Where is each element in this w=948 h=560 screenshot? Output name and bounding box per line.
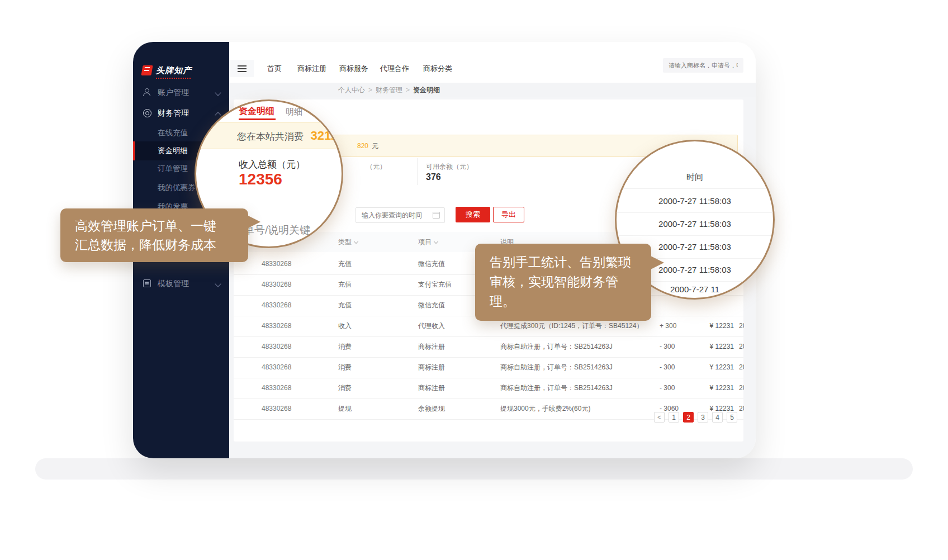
breadcrumb-part[interactable]: 个人中心 — [338, 86, 365, 94]
sidebar-item-label: 在线充值 — [158, 124, 188, 143]
cell-project: 微信充值 — [418, 254, 445, 274]
active-indicator — [133, 141, 135, 160]
sidebar-item-account[interactable]: 账户管理 — [133, 83, 229, 102]
sidebar-item-finance[interactable]: 财务管理 — [133, 103, 229, 122]
column-header-project[interactable]: 项目 — [418, 232, 438, 252]
stat-balance-label: 可用余额（元） — [426, 162, 473, 172]
breadcrumb-separator: > — [368, 86, 372, 94]
cell-project: 支付宝充值 — [418, 274, 452, 295]
pagination-page-3[interactable]: 3 — [698, 412, 708, 423]
finance-icon — [143, 109, 151, 117]
logo[interactable]: 头牌知产 — [142, 64, 192, 77]
sidebar-item-label: 订单管理 — [158, 159, 188, 178]
hamburger-menu-icon[interactable] — [230, 60, 254, 77]
cell-type: 消费 — [338, 378, 352, 398]
table-row: 48330268 消费 商标注册 商标自助注册，订单号：SB2514263J -… — [234, 378, 743, 399]
cell-project: 微信充值 — [418, 295, 445, 316]
stat-expense-unit-label: （元） — [366, 162, 386, 172]
cell-order: 48330268 — [262, 254, 291, 274]
magnified-income-label: 收入总额（元） — [239, 158, 305, 171]
cell-desc: 提现3000元，手续费2%(60元) — [500, 398, 590, 419]
cell-desc: 商标自助注册，订单号：SB2514263J — [500, 357, 613, 378]
cell-order: 48330268 — [262, 295, 291, 316]
search-input[interactable] — [663, 58, 743, 73]
callout-left: 高效管理账户订单、一键 汇总数据，降低财务成本 — [60, 208, 248, 262]
cell-type: 充值 — [338, 254, 352, 274]
nav-home[interactable]: 首页 — [267, 60, 282, 77]
breadcrumb: 个人中心>财务管理>资金明细 — [229, 83, 756, 97]
magnified-banner: 您在本站共消费 32124 — [195, 122, 343, 149]
nav-trademark-service[interactable]: 商标服务 — [339, 60, 368, 77]
cell-project: 代理收入 — [418, 316, 445, 336]
breadcrumb-current: 资金明细 — [413, 86, 440, 94]
magnified-tab-underline — [239, 118, 276, 120]
sidebar-item-label: 模板管理 — [158, 274, 189, 293]
cell-desc: 商标自助注册，订单号：SB2514263J — [500, 378, 613, 398]
magnified-banner-prefix: 您在本站共消费 — [237, 131, 304, 142]
callout-text-line: 高效管理账户订单、一键 — [75, 216, 248, 235]
cell-time: 2000-7-27 11:58:03 — [739, 357, 744, 378]
pagination-page-5[interactable]: 5 — [727, 412, 737, 423]
column-header-label: 类型 — [338, 238, 352, 246]
calendar-icon[interactable] — [433, 212, 440, 219]
magnified-active-tab: 资金明细 — [239, 106, 274, 117]
pagination-page-4[interactable]: 4 — [712, 412, 723, 423]
brand-logo-icon — [141, 65, 153, 75]
magnified-tab-partial: 明细 — [286, 107, 302, 117]
sidebar-item-label: 资金明细 — [158, 141, 188, 160]
magnified-time-cell: 2000-7-27 11:58:03 — [617, 212, 773, 236]
cell-desc: 商标自助注册，订单号：SB2514263J — [500, 336, 613, 357]
nav-trademark-category[interactable]: 商标分类 — [423, 60, 452, 77]
cell-type: 收入 — [338, 316, 352, 336]
magnified-income-value: 12356 — [239, 170, 282, 188]
cell-balance: ¥ 12231 — [678, 378, 734, 398]
date-filter — [356, 207, 445, 223]
callout-arrow-icon — [651, 256, 664, 269]
cell-amount: + 300 — [660, 316, 676, 336]
cell-order: 48330268 — [262, 398, 291, 419]
cell-project: 商标注册 — [418, 378, 445, 398]
cell-order: 48330268 — [262, 357, 291, 378]
stat-divider — [417, 158, 418, 185]
nav-agent-cooperation[interactable]: 代理合作 — [380, 60, 409, 77]
topbar-search — [663, 58, 743, 73]
table-row: 48330268 消费 商标注册 商标自助注册，订单号：SB2514263J -… — [234, 336, 743, 358]
sidebar-item-label: 财务管理 — [158, 103, 189, 122]
magnified-time-cell: 2000-7-27 11:58:03 — [617, 189, 773, 213]
search-button[interactable]: 搜索 — [456, 207, 490, 222]
cell-time: 2000-7-27 11:58:03 — [739, 316, 744, 336]
callout-arrow-icon — [247, 215, 260, 229]
cell-order: 48330268 — [262, 316, 291, 336]
date-filter-input[interactable] — [356, 208, 444, 222]
sort-caret-icon — [434, 239, 438, 244]
pagination-page-2-active[interactable]: 2 — [683, 412, 694, 423]
cell-type: 消费 — [338, 357, 352, 378]
export-button[interactable]: 导出 — [493, 207, 524, 222]
callout-right: 告别手工统计、告别繁琐 审核，实现智能财务管 理。 — [475, 244, 651, 321]
chevron-down-icon — [215, 89, 221, 96]
callout-text-line: 汇总数据，降低财务成本 — [75, 235, 248, 254]
cell-order: 48330268 — [262, 336, 291, 357]
stat-balance-value: 376 — [426, 172, 441, 182]
nav-trademark-register[interactable]: 商标注册 — [297, 60, 326, 77]
breadcrumb-separator: > — [406, 86, 410, 94]
cell-balance: ¥ 12231 — [678, 357, 734, 378]
pagination-prev-button[interactable]: < — [654, 412, 665, 423]
logo-subline — [156, 78, 191, 79]
cell-project: 商标注册 — [418, 336, 445, 357]
sort-caret-icon — [354, 239, 358, 244]
cell-type: 充值 — [338, 295, 352, 316]
pagination-page-1[interactable]: 1 — [669, 412, 679, 423]
sidebar-item-template[interactable]: 模板管理 — [133, 274, 229, 293]
user-icon — [143, 88, 150, 96]
sidebar-item-label: 我的优惠券 — [158, 178, 196, 197]
table-row: 48330268 消费 商标注册 商标自助注册，订单号：SB2514263J -… — [234, 357, 743, 378]
cell-project: 余额提现 — [418, 398, 445, 419]
banner-unit: 元 — [372, 135, 378, 156]
breadcrumb-part[interactable]: 财务管理 — [376, 86, 402, 94]
laptop-base — [35, 458, 913, 480]
chevron-down-icon — [215, 281, 221, 287]
cell-balance: ¥ 12231 — [678, 316, 734, 336]
sidebar-item-label: 账户管理 — [158, 83, 189, 102]
column-header-type[interactable]: 类型 — [338, 232, 358, 252]
